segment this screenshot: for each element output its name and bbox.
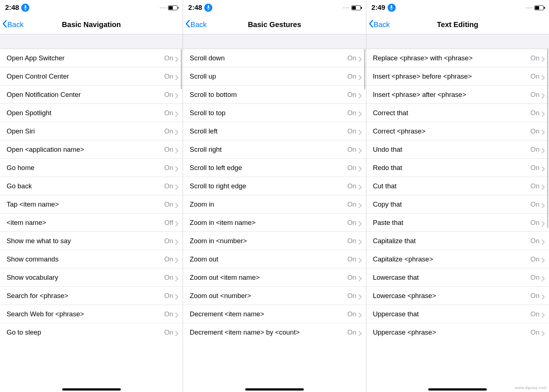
chevron-right-icon bbox=[542, 165, 545, 170]
chevron-right-icon bbox=[359, 312, 362, 317]
list-item[interactable]: Zoom in <item name>On bbox=[183, 214, 366, 232]
item-label: Open Notification Center bbox=[7, 91, 164, 99]
list-item[interactable]: Insert <phrase> after <phrase>On bbox=[366, 86, 549, 104]
list-item[interactable]: Show me what to sayOn bbox=[0, 232, 183, 250]
item-value: On bbox=[530, 164, 539, 172]
list-item[interactable]: Lowercase <phrase>On bbox=[366, 287, 549, 305]
list-item[interactable]: Scroll to right edgeOn bbox=[183, 177, 366, 195]
list-item[interactable]: Tap <item name>On bbox=[0, 195, 183, 214]
list-item[interactable]: Cut thatOn bbox=[366, 177, 549, 195]
list-item[interactable]: Copy thatOn bbox=[366, 195, 549, 214]
list-item[interactable]: Scroll to bottomOn bbox=[183, 86, 366, 104]
item-label: Scroll right bbox=[190, 146, 347, 154]
list-item[interactable]: Zoom inOn bbox=[183, 195, 366, 214]
chevron-right-icon bbox=[542, 56, 545, 61]
list-item[interactable]: Go backOn bbox=[0, 177, 183, 195]
mic-icon bbox=[204, 4, 212, 12]
chevron-left-icon bbox=[369, 19, 374, 30]
list-item[interactable]: Scroll leftOn bbox=[183, 122, 366, 140]
item-label: <item name> bbox=[7, 219, 164, 227]
list-item[interactable]: Zoom outOn bbox=[183, 250, 366, 268]
scrollbar[interactable] bbox=[364, 49, 365, 89]
back-button[interactable]: Back bbox=[366, 19, 390, 30]
list-item[interactable]: Uppercase <phrase>On bbox=[366, 323, 549, 342]
chevron-right-icon bbox=[542, 74, 545, 79]
list-item[interactable]: Correct thatOn bbox=[366, 104, 549, 122]
item-value: On bbox=[347, 146, 356, 154]
list-item[interactable]: Open <application name>On bbox=[0, 140, 183, 159]
list-item[interactable]: Decrement <item name>On bbox=[183, 305, 366, 323]
item-value: On bbox=[530, 219, 539, 227]
list-item[interactable]: Scroll downOn bbox=[183, 49, 366, 67]
item-value: On bbox=[530, 146, 539, 154]
list-container: Open App SwitcherOnOpen Control CenterOn… bbox=[0, 34, 183, 392]
item-label: Scroll down bbox=[190, 54, 347, 62]
item-value: On bbox=[164, 127, 173, 135]
item-label: Search Web for <phrase> bbox=[7, 310, 164, 318]
chevron-right-icon bbox=[175, 257, 178, 262]
item-value: On bbox=[347, 127, 356, 135]
chevron-right-icon bbox=[542, 275, 545, 280]
list-item[interactable]: Replace <phrase> with <phrase>On bbox=[366, 49, 549, 67]
chevron-right-icon bbox=[359, 56, 362, 61]
chevron-right-icon bbox=[542, 147, 545, 152]
item-label: Zoom out <item name> bbox=[190, 274, 347, 282]
list-item[interactable]: Show commandsOn bbox=[0, 250, 183, 268]
list-item[interactable]: Open Control CenterOn bbox=[0, 67, 183, 86]
item-value: On bbox=[530, 54, 539, 62]
list-item[interactable]: Correct <phrase>On bbox=[366, 122, 549, 140]
chevron-right-icon bbox=[359, 110, 362, 116]
list-item[interactable]: Capitalize <phrase>On bbox=[366, 250, 549, 268]
list-item[interactable]: Undo thatOn bbox=[366, 140, 549, 159]
list-item[interactable]: Zoom out <number>On bbox=[183, 287, 366, 305]
list-item[interactable]: Decrement <item name> by <count>On bbox=[183, 323, 366, 342]
screen-panel: 2:49••••BackText EditingReplace <phrase>… bbox=[366, 0, 549, 392]
list-item[interactable]: Search for <phrase>On bbox=[0, 287, 183, 305]
chevron-right-icon bbox=[542, 312, 545, 317]
list-item[interactable]: Search Web for <phrase>On bbox=[0, 305, 183, 323]
item-label: Show vocabulary bbox=[7, 274, 164, 282]
signal-dots-icon: •••• bbox=[526, 5, 533, 10]
list-item[interactable]: Open SpotlightOn bbox=[0, 104, 183, 122]
chevron-right-icon bbox=[175, 202, 178, 207]
back-button[interactable]: Back bbox=[183, 19, 206, 30]
list-item[interactable]: Insert <phrase> before <phrase>On bbox=[366, 67, 549, 86]
item-value: On bbox=[164, 109, 173, 117]
list-item[interactable]: Scroll upOn bbox=[183, 67, 366, 86]
item-value: On bbox=[164, 310, 173, 318]
chevron-right-icon bbox=[175, 275, 178, 280]
item-value: On bbox=[164, 292, 173, 300]
scrollbar[interactable] bbox=[547, 49, 548, 228]
list-item[interactable]: Show vocabularyOn bbox=[0, 268, 183, 287]
list-item[interactable]: Scroll rightOn bbox=[183, 140, 366, 159]
item-value: On bbox=[347, 328, 356, 336]
scrollbar[interactable] bbox=[181, 49, 182, 89]
list-item[interactable]: Scroll to topOn bbox=[183, 104, 366, 122]
list-item[interactable]: Open Notification CenterOn bbox=[0, 86, 183, 104]
list-item[interactable]: Open SiriOn bbox=[0, 122, 183, 140]
list-item[interactable]: Capitalize thatOn bbox=[366, 232, 549, 250]
item-value: On bbox=[347, 72, 356, 80]
chevron-right-icon bbox=[542, 220, 545, 225]
list-item[interactable]: Zoom out <item name>On bbox=[183, 268, 366, 287]
chevron-right-icon bbox=[542, 238, 545, 244]
item-value: On bbox=[347, 255, 356, 263]
list-item[interactable]: Go to sleepOn bbox=[0, 323, 183, 342]
list-item[interactable]: <item name>Off bbox=[0, 214, 183, 232]
item-value: On bbox=[164, 255, 173, 263]
list-item[interactable]: Redo thatOn bbox=[366, 159, 549, 177]
list-item[interactable]: Scroll to left edgeOn bbox=[183, 159, 366, 177]
status-bar: 2:49•••• bbox=[366, 0, 549, 15]
list-item[interactable]: Uppercase thatOn bbox=[366, 305, 549, 323]
navigation-bar: BackBasic Navigation bbox=[0, 15, 183, 34]
back-button[interactable]: Back bbox=[0, 19, 23, 30]
list-item[interactable]: Paste thatOn bbox=[366, 214, 549, 232]
chevron-right-icon bbox=[175, 129, 178, 134]
list-item[interactable]: Zoom in <number>On bbox=[183, 232, 366, 250]
list-item[interactable]: Lowercase thatOn bbox=[366, 268, 549, 287]
chevron-right-icon bbox=[359, 92, 362, 97]
list-item[interactable]: Open App SwitcherOn bbox=[0, 49, 183, 67]
list-item[interactable]: Go homeOn bbox=[0, 159, 183, 177]
item-value: On bbox=[347, 274, 356, 282]
item-label: Decrement <item name> bbox=[190, 310, 347, 318]
